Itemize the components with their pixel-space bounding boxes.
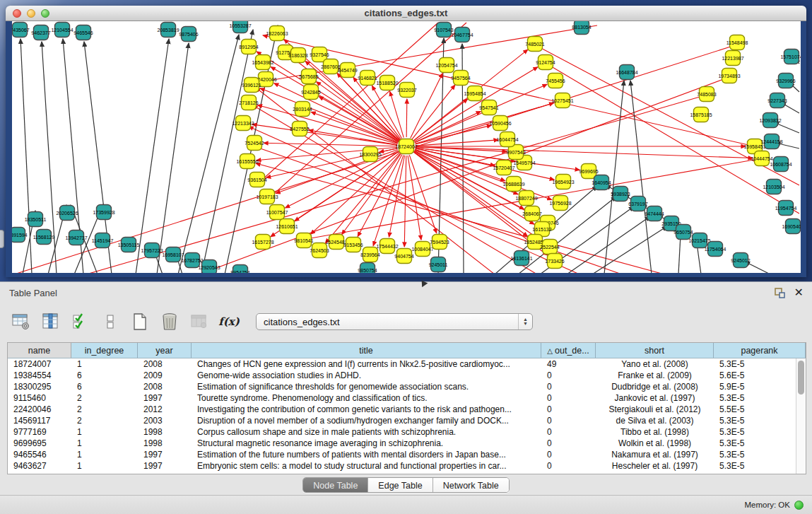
graph-node[interactable]: 12213987 xyxy=(722,51,743,66)
graph-node[interactable]: 9242845 xyxy=(301,85,320,100)
table-row[interactable]: 946554611997Estimation of the future num… xyxy=(8,449,806,460)
graph-node[interactable]: 7435067 xyxy=(12,23,30,37)
graph-node[interactable]: 17359928 xyxy=(93,205,114,220)
checkbox-list-icon[interactable] xyxy=(100,312,120,332)
scrollbar-thumb[interactable] xyxy=(798,361,804,395)
graph-node[interactable]: 1640954 xyxy=(592,175,611,190)
graph-node[interactable]: 9875406 xyxy=(179,27,198,42)
graph-node[interactable]: 15720407 xyxy=(493,160,514,175)
graph-node[interactable]: 7624503 xyxy=(310,243,329,258)
graph-node[interactable]: 12103504 xyxy=(763,180,784,194)
graph-node[interactable]: 10275451 xyxy=(551,93,573,108)
graph-node[interactable]: 15954854 xyxy=(464,86,486,101)
column-header-title[interactable]: title xyxy=(192,343,541,358)
graph-node[interactable]: 9547541 xyxy=(479,100,498,115)
graph-node[interactable]: 9245011 xyxy=(429,257,448,272)
graph-node[interactable]: 7594523 xyxy=(430,235,449,250)
tab-node-table[interactable]: Node Table xyxy=(303,478,368,492)
left-panel-handle[interactable] xyxy=(0,230,4,248)
graph-node[interactable]: 15188520 xyxy=(376,76,398,90)
graph-node[interactable]: 8186328 xyxy=(288,48,307,63)
table-mode-icon[interactable] xyxy=(11,312,31,332)
graph-node[interactable]: 11568129 xyxy=(33,230,55,245)
graph-node[interactable]: 9850754 xyxy=(358,263,377,274)
table-row[interactable]: 946362711997Embryonic stem cells: a mode… xyxy=(8,460,806,472)
graph-node[interactable]: 6379197 xyxy=(628,197,647,211)
tab-network-table[interactable]: Network Table xyxy=(433,478,509,492)
graph-node[interactable]: 9396121 xyxy=(242,78,261,93)
graph-node[interactable]: 14136141 xyxy=(510,251,532,266)
column-header-name[interactable]: name xyxy=(8,343,71,358)
graph-node[interactable]: 9329966 xyxy=(776,74,795,88)
graph-node[interactable]: 7485083 xyxy=(697,87,716,102)
graph-node[interactable]: 20206526 xyxy=(56,206,78,221)
graph-node[interactable]: 9146821 xyxy=(358,71,377,86)
graph-node[interactable]: 20853819 xyxy=(157,23,179,37)
table-select-dropdown[interactable]: citations_edges.txt ▲▼ xyxy=(256,313,533,330)
graph-node[interactable]: 9465546 xyxy=(73,25,93,40)
graph-node[interactable]: 2803144 xyxy=(293,102,312,117)
graph-node[interactable]: 16905407 xyxy=(782,219,801,234)
delete-column-icon[interactable] xyxy=(160,312,180,332)
graph-node[interactable]: 8813054 xyxy=(572,21,591,35)
graph-node[interactable]: 13505115 xyxy=(118,238,140,252)
graph-node[interactable]: 18226063 xyxy=(266,26,288,41)
graph-node[interactable]: 7455456 xyxy=(546,74,565,88)
graph-node[interactable]: 8239564 xyxy=(360,247,379,262)
graph-node[interactable]: 19756928 xyxy=(549,196,571,211)
graph-node[interactable]: 1733426 xyxy=(545,254,564,269)
graph-node[interactable]: 9474444 xyxy=(645,206,664,221)
table-row[interactable]: 977716911998Corpus callosum shape and si… xyxy=(8,426,806,438)
graph-node[interactable]: 7485021 xyxy=(525,37,544,52)
graph-node[interactable]: 9245012 xyxy=(731,253,750,268)
graph-node[interactable]: 9457564 xyxy=(451,71,470,86)
graph-node[interactable]: 8912954 xyxy=(239,40,258,54)
graph-node[interactable]: 11548498 xyxy=(726,35,748,50)
graph-node[interactable]: 11954754 xyxy=(775,201,797,216)
graph-node[interactable]: 12054754 xyxy=(435,58,457,73)
graph-node[interactable]: 9361504 xyxy=(247,173,266,187)
graph-node[interactable]: 8454749 xyxy=(338,63,357,78)
graph-node[interactable]: 9227343 xyxy=(767,93,787,108)
table-row[interactable]: 1456911722003Disruption of a novel membe… xyxy=(8,415,806,426)
graph-node[interactable]: 15875185 xyxy=(690,107,712,122)
create-column-icon[interactable] xyxy=(130,312,150,332)
graph-node[interactable]: 8954754 xyxy=(230,265,249,274)
column-header-out-de-[interactable]: △out_de... xyxy=(541,343,596,358)
column-header-in-degree[interactable]: in_degree xyxy=(71,343,138,358)
graph-node[interactable]: 9391594 xyxy=(12,228,28,243)
graph-node[interactable]: 19734893 xyxy=(718,69,740,83)
graph-node[interactable]: 2718126 xyxy=(239,95,258,110)
table-row[interactable]: 1872400712008Changes of HCN gene express… xyxy=(8,358,806,370)
graph-node[interactable]: 9462377 xyxy=(31,25,50,40)
graph-node[interactable]: 9322037 xyxy=(397,83,416,98)
graph-node[interactable]: 9153456 xyxy=(343,238,363,252)
graph-node[interactable]: 12213343 xyxy=(232,116,254,131)
graph-node[interactable]: 10467754 xyxy=(451,28,473,42)
graph-node[interactable]: 9124754 xyxy=(536,55,555,70)
graph-node[interactable]: 13942737 xyxy=(65,230,87,245)
close-icon[interactable]: ✕ xyxy=(794,287,804,298)
table-row[interactable]: 969969511998Structural magnetic resonanc… xyxy=(8,438,806,449)
graph-node[interactable]: 17544432 xyxy=(376,239,398,254)
graph-node[interactable]: 9650754 xyxy=(673,225,693,240)
graph-node[interactable]: 19654923 xyxy=(552,175,574,189)
table-row[interactable]: 2242004622012Investigating the contribut… xyxy=(8,404,806,415)
graph-node[interactable]: 2522544 xyxy=(540,240,559,255)
graph-node[interactable]: 9810541 xyxy=(294,233,313,248)
graph-node[interactable]: 12093832 xyxy=(759,113,781,128)
graph-node[interactable]: 11451947 xyxy=(92,233,114,248)
table-vertical-scrollbar[interactable] xyxy=(796,358,806,474)
show-columns-icon[interactable] xyxy=(41,312,61,332)
table-row[interactable]: 1938455462009Genome-wide association stu… xyxy=(8,370,806,381)
table-row[interactable]: 1830029562008Estimation of significance … xyxy=(8,381,806,392)
graph-node[interactable]: 8427552 xyxy=(290,122,309,136)
graph-node[interactable]: 12104554 xyxy=(51,23,73,37)
column-header-pagerank[interactable]: pagerank xyxy=(714,343,806,358)
network-canvas[interactable]: 1872400718300295891295418226063912750816… xyxy=(12,21,801,273)
graph-node[interactable]: 5938923 xyxy=(611,187,630,201)
graph-node[interactable]: 10608754 xyxy=(770,157,792,172)
graph-node[interactable]: 10590456 xyxy=(489,116,511,131)
function-builder-icon[interactable]: f(x) xyxy=(219,312,239,332)
graph-node[interactable]: 16155556 xyxy=(236,154,258,169)
